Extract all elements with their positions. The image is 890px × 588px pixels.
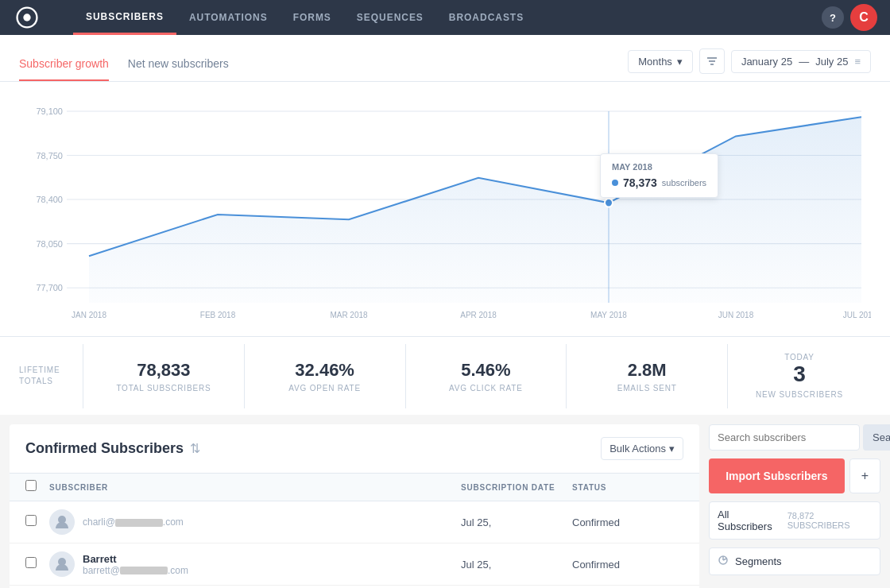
emails-sent-value: 2.8M [586, 360, 708, 381]
row-status-2: Confirmed [572, 559, 683, 571]
subscriber-avatar-2 [49, 551, 75, 577]
svg-text:FEB 2018: FEB 2018 [200, 311, 236, 319]
col-header-date: SUBSCRIPTION DATE [461, 483, 572, 492]
import-row: Import Subscribers + [709, 458, 880, 493]
chart-svg: 79,100 78,750 78,400 78,050 77,700 JAN 2… [19, 95, 871, 336]
subscriber-info-1: charli@.com [83, 516, 184, 528]
all-subscribers-row[interactable]: All Subscribers 78,872 SUBSCRIBERS [709, 501, 880, 540]
all-subscribers-label: All Subscribers [718, 509, 781, 532]
lifetime-label: LIFETIME TOTALS [19, 349, 83, 403]
today-label: TODAY [747, 353, 852, 362]
help-button[interactable]: ? [822, 6, 844, 29]
nav-automations[interactable]: AUTOMATIONS [176, 0, 281, 35]
nav-forms[interactable]: FORMS [281, 0, 344, 35]
segments-icon [718, 555, 729, 568]
stats-items: 78,833 TOTAL SUBSCRIBERS 32.46% AVG OPEN… [83, 344, 728, 408]
segments-label: Segments [735, 555, 782, 567]
avg-click-rate-value: 5.46% [425, 360, 548, 381]
right-panel: Search Import Subscribers + All Subscrib… [699, 415, 890, 588]
chart-header: Subscriber growth Net new subscribers Mo… [0, 35, 890, 82]
table-row: charli@.com Jul 25, Confirmed [10, 501, 699, 544]
date-separator: — [799, 56, 809, 68]
sort-icon[interactable]: ⇅ [190, 441, 200, 456]
chart-area: 79,100 78,750 78,400 78,050 77,700 JAN 2… [0, 82, 890, 336]
row-date-2: Jul 25, [461, 559, 572, 571]
new-subscribers-value: 3 [747, 362, 852, 387]
bulk-actions-label: Bulk Actions [609, 443, 666, 455]
table-header: SUBSCRIBER SUBSCRIPTION DATE STATUS [10, 474, 699, 501]
table-row: Barrett barrett@.com Jul 25, Confirmed [10, 544, 699, 586]
stat-avg-open-rate: 32.46% AVG OPEN RATE [245, 344, 406, 408]
chart-controls: Months ▾ January 25 — July 25 ≡ [628, 48, 871, 80]
stats-bar: LIFETIME TOTALS 78,833 TOTAL SUBSCRIBERS… [0, 336, 890, 415]
row-subscriber-1: charli@.com [49, 509, 461, 535]
total-subscribers-value: 78,833 [103, 360, 225, 381]
import-subscribers-button[interactable]: Import Subscribers [709, 458, 845, 493]
subscribers-panel: Confirmed Subscribers ⇅ Bulk Actions ▾ S… [10, 424, 699, 588]
nav-broadcasts[interactable]: BROADCASTS [436, 0, 536, 35]
row-status-1: Confirmed [572, 516, 683, 528]
svg-text:77,700: 77,700 [36, 283, 63, 292]
subscriber-email-2: barrett@.com [83, 565, 188, 576]
months-label: Months [638, 56, 672, 68]
svg-text:78,400: 78,400 [36, 195, 63, 204]
bottom-section: Confirmed Subscribers ⇅ Bulk Actions ▾ S… [0, 415, 890, 588]
filter-button[interactable] [699, 48, 725, 74]
subscriber-info-2: Barrett barrett@.com [83, 553, 188, 576]
chevron-down-icon: ▾ [677, 56, 683, 68]
date-to: July 25 [815, 56, 848, 68]
months-button[interactable]: Months ▾ [628, 50, 693, 73]
row-checkbox-2[interactable] [25, 557, 37, 568]
avg-open-rate-value: 32.46% [264, 360, 386, 381]
today-section: TODAY 3 NEW SUBSCRIBERS [728, 337, 871, 415]
nav-subscribers[interactable]: SUBSCRIBERS [73, 0, 176, 35]
col-header-status: STATUS [572, 483, 683, 492]
tab-subscriber-growth[interactable]: Subscriber growth [19, 48, 109, 81]
search-box: Search [709, 424, 880, 451]
segments-row[interactable]: Segments [709, 547, 880, 575]
search-input[interactable] [709, 424, 860, 451]
svg-text:79,100: 79,100 [36, 106, 63, 116]
stat-total-subscribers: 78,833 TOTAL SUBSCRIBERS [83, 344, 245, 408]
new-subscribers-label: NEW SUBSCRIBERS [747, 390, 852, 399]
select-all-checkbox[interactable] [25, 480, 37, 491]
subscriber-name-2: Barrett [83, 553, 188, 565]
bulk-actions-button[interactable]: Bulk Actions ▾ [601, 437, 683, 460]
header: SUBSCRIBERS AUTOMATIONS FORMS SEQUENCES … [0, 0, 890, 35]
search-button[interactable]: Search [863, 424, 890, 451]
row-subscriber-2: Barrett barrett@.com [49, 551, 461, 577]
nav-sequences[interactable]: SEQUENCES [344, 0, 436, 35]
all-subscribers-count: 78,872 SUBSCRIBERS [787, 511, 872, 530]
subscribers-title: Confirmed Subscribers [25, 440, 184, 457]
avg-open-rate-label: AVG OPEN RATE [264, 384, 386, 393]
svg-text:JUN 2018: JUN 2018 [718, 311, 754, 319]
date-range-picker[interactable]: January 25 — July 25 ≡ [731, 50, 871, 73]
emails-sent-label: EMAILS SENT [586, 384, 708, 393]
svg-text:78,050: 78,050 [36, 239, 63, 249]
main-nav: SUBSCRIBERS AUTOMATIONS FORMS SEQUENCES … [73, 0, 536, 35]
user-avatar[interactable]: C [850, 4, 877, 31]
svg-text:JUL 2018: JUL 2018 [843, 311, 871, 319]
svg-text:MAR 2018: MAR 2018 [330, 311, 368, 319]
total-subscribers-label: TOTAL SUBSCRIBERS [103, 384, 225, 393]
svg-text:78,750: 78,750 [36, 150, 63, 160]
subscribers-header: Confirmed Subscribers ⇅ Bulk Actions ▾ [10, 424, 699, 474]
bulk-actions-chevron: ▾ [669, 443, 675, 455]
row-checkbox-1[interactable] [25, 515, 37, 526]
add-subscriber-button[interactable]: + [849, 458, 880, 493]
chart-tabs: Subscriber growth Net new subscribers [19, 48, 248, 81]
logo[interactable] [13, 3, 41, 32]
svg-point-1 [23, 14, 30, 21]
date-from: January 25 [741, 56, 792, 68]
svg-text:APR 2018: APR 2018 [460, 311, 497, 319]
subscriber-avatar-1 [49, 509, 75, 535]
svg-text:MAY 2018: MAY 2018 [590, 311, 627, 319]
header-right: ? C [822, 4, 877, 31]
chart-section: Subscriber growth Net new subscribers Mo… [0, 35, 890, 336]
subscriber-email-1: charli@.com [83, 516, 184, 528]
stat-avg-click-rate: 5.46% AVG CLICK RATE [406, 344, 567, 408]
stat-emails-sent: 2.8M EMAILS SENT [567, 344, 728, 408]
svg-text:JAN 2018: JAN 2018 [72, 311, 106, 319]
svg-point-23 [605, 199, 613, 207]
tab-net-new[interactable]: Net new subscribers [128, 48, 229, 81]
